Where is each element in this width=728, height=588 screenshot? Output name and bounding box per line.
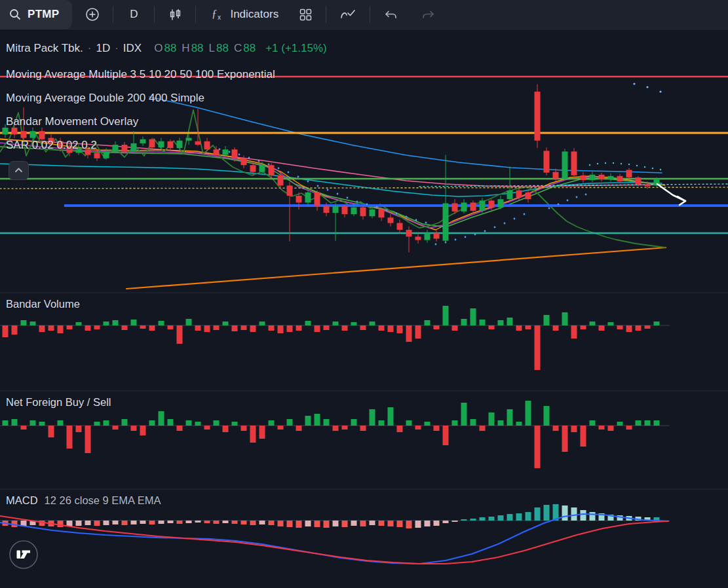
symbol-name: Mitra Pack Tbk. <box>6 42 83 55</box>
indicators-button[interactable]: ƒ x Indicators <box>204 2 284 27</box>
layout-grid-icon <box>299 8 313 22</box>
ohlc-values: O88 H88 L88 C88 <box>154 42 256 55</box>
chart-type-button[interactable] <box>163 2 187 27</box>
toolbar-divider <box>326 6 326 23</box>
indicator-legend-bandar-overlay[interactable]: Bandar Movement Overlay <box>6 115 138 128</box>
tradingview-chart-window: PTMP D ƒ <box>0 0 728 588</box>
toolbar-divider <box>113 6 113 23</box>
indicator-legend-sar[interactable]: SAR 0.02 0.02 0.2 <box>6 139 97 152</box>
toolbar-divider <box>195 6 196 23</box>
candles <box>3 84 660 252</box>
legend-exchange: IDX <box>123 42 142 55</box>
undo-icon <box>383 7 399 22</box>
layout-grid-button[interactable] <box>293 2 318 27</box>
indicator-legend-ma-double[interactable]: Moving Average Double 200 400 Simple <box>6 92 204 105</box>
symbol-label: PTMP <box>28 8 59 21</box>
bandar-volume-legend[interactable]: Bandar Volume <box>6 298 80 310</box>
net-foreign-bars <box>3 401 660 468</box>
interval-label: D <box>130 8 138 21</box>
interval-button[interactable]: D <box>121 2 146 27</box>
compare-add-button[interactable] <box>80 2 105 27</box>
candlestick-chart-icon <box>168 8 182 22</box>
svg-text:x: x <box>218 14 221 21</box>
redo-button[interactable] <box>415 2 441 27</box>
net-foreign-legend[interactable]: Net Foreign Buy / Sell <box>6 396 111 409</box>
macd-params: 12 26 close 9 EMA EMA <box>45 494 161 507</box>
indicators-label: Indicators <box>230 8 278 21</box>
undo-button[interactable] <box>378 2 404 27</box>
draw-button[interactable] <box>334 2 362 27</box>
svg-text:ƒ: ƒ <box>212 8 217 19</box>
legend-interval: 1D <box>96 42 110 55</box>
indicator-legend-ma-multiple[interactable]: Moving Average Multiple 3 5 10 20 50 100… <box>6 68 275 81</box>
trendline-orange <box>126 248 666 289</box>
toolbar-divider <box>154 6 155 23</box>
macd-legend[interactable]: MACD 12 26 close 9 EMA EMA <box>6 494 161 507</box>
collapse-legend-button[interactable] <box>9 161 29 180</box>
legend-separator: · <box>115 42 119 55</box>
legend-separator: · <box>88 42 92 55</box>
plus-circle-icon <box>85 7 100 22</box>
fx-icon: ƒ x <box>209 7 225 22</box>
draw-icon <box>339 7 356 22</box>
change-badge: +1 (+1.15%) <box>265 42 327 55</box>
macd-histogram <box>3 504 660 528</box>
level-lines <box>0 77 728 521</box>
bandar-volume-bars <box>3 306 660 370</box>
search-icon <box>9 8 22 21</box>
symbol-legend[interactable]: Mitra Pack Tbk. · 1D · IDX O88 H88 L88 C… <box>6 42 327 55</box>
redo-icon <box>420 7 436 22</box>
chevron-up-icon <box>14 165 24 177</box>
tradingview-logo[interactable] <box>9 540 39 572</box>
symbol-search-button[interactable]: PTMP <box>0 0 72 29</box>
top-toolbar: PTMP D ƒ <box>0 0 728 29</box>
toolbar-divider <box>370 6 370 23</box>
